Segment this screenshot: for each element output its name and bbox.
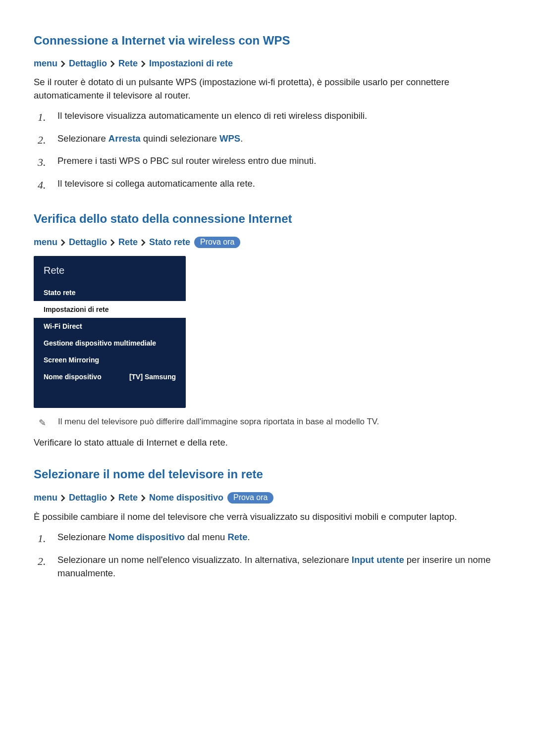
section-heading: Connessione a Internet via wireless con … <box>34 34 501 48</box>
step-post: . <box>240 133 243 144</box>
step-number: 2. <box>38 554 48 569</box>
step-pre: Selezionare <box>57 532 108 542</box>
emphasis: Nome dispositivo <box>108 532 185 542</box>
crumb-rete[interactable]: Rete <box>118 237 138 248</box>
emphasis: Rete <box>227 532 247 542</box>
breadcrumb: menu Dettaglio Rete Nome dispositivo Pro… <box>34 492 501 504</box>
menu-item-value: [TV] Samsung <box>129 373 176 381</box>
step-number: 3. <box>38 154 48 170</box>
step-number: 2. <box>38 132 48 148</box>
chevron-right-icon <box>60 60 66 67</box>
note: ✎ Il menu del televisore può differire d… <box>39 417 501 429</box>
step-text: Selezionare Nome dispositivo dal menu Re… <box>57 531 250 544</box>
chevron-right-icon <box>110 239 115 246</box>
step-number: 1. <box>38 531 48 547</box>
emphasis: Arresta <box>108 133 141 144</box>
section-nome-tv: Selezionare il nome del televisore in re… <box>34 467 501 580</box>
crumb-dettaglio[interactable]: Dettaglio <box>69 58 107 69</box>
section-wps: Connessione a Internet via wireless con … <box>34 34 501 193</box>
crumb-nome-dispositivo[interactable]: Nome dispositivo <box>149 493 223 503</box>
after-text: Verificare lo stato attuale di Internet … <box>34 436 501 450</box>
crumb-menu[interactable]: menu <box>34 58 57 69</box>
steps-list: 1. Selezionare Nome dispositivo dal menu… <box>34 531 501 580</box>
intro-text: È possibile cambiare il nome del televis… <box>34 510 501 524</box>
steps-list: 1. Il televisore visualizza automaticame… <box>34 109 501 194</box>
step-text: Premere i tasti WPS o PBC sul router wir… <box>57 154 316 168</box>
menu-item-wifi-direct[interactable]: Wi-Fi Direct <box>34 318 186 335</box>
crumb-stato-rete[interactable]: Stato rete <box>149 237 190 248</box>
intro-text: Se il router è dotato di un pulsante WPS… <box>34 76 501 102</box>
menu-item-screen-mirroring[interactable]: Screen Mirroring <box>34 352 186 368</box>
chevron-right-icon <box>60 495 66 502</box>
crumb-rete[interactable]: Rete <box>118 493 138 503</box>
step-item: 3. Premere i tasti WPS o PBC sul router … <box>38 154 501 170</box>
step-item: 1. Selezionare Nome dispositivo dal menu… <box>38 531 501 547</box>
chevron-right-icon <box>110 60 115 67</box>
menu-item-impostazioni[interactable]: Impostazioni di rete <box>34 301 186 318</box>
menu-item-label: Impostazioni di rete <box>44 305 108 313</box>
section-heading: Selezionare il nome del televisore in re… <box>34 467 501 481</box>
step-number: 1. <box>38 109 48 125</box>
chevron-right-icon <box>141 60 146 67</box>
step-pre: Selezionare <box>57 133 108 144</box>
crumb-rete[interactable]: Rete <box>118 58 138 69</box>
step-mid: dal menu <box>185 532 227 542</box>
breadcrumb: menu Dettaglio Rete Stato rete Prova ora <box>34 237 501 248</box>
step-post: . <box>248 532 250 542</box>
chevron-right-icon <box>141 495 146 502</box>
step-text: Selezionare un nome nell'elenco visualiz… <box>57 554 501 580</box>
step-number: 4. <box>38 177 48 193</box>
rete-menu-panel: Rete Stato rete Impostazioni di rete Wi-… <box>34 256 186 408</box>
section-verifica: Verifica dello stato della connessione I… <box>34 212 501 450</box>
step-item: 2. Selezionare Arresta quindi selezionar… <box>38 132 501 148</box>
menu-item-label: Stato rete <box>44 289 76 297</box>
chevron-right-icon <box>60 239 66 246</box>
crumb-impostazioni[interactable]: Impostazioni di rete <box>149 58 233 69</box>
step-pre: Selezionare un nome nell'elenco visualiz… <box>57 554 352 565</box>
step-item: 2. Selezionare un nome nell'elenco visua… <box>38 554 501 580</box>
step-text: Il televisore visualizza automaticamente… <box>57 109 367 123</box>
breadcrumb: menu Dettaglio Rete Impostazioni di rete <box>34 58 501 69</box>
step-text: Selezionare Arresta quindi selezionare W… <box>57 132 243 146</box>
pencil-icon: ✎ <box>39 417 46 429</box>
menu-item-label: Screen Mirroring <box>44 356 99 364</box>
crumb-dettaglio[interactable]: Dettaglio <box>69 237 107 248</box>
menu-item-nome-dispositivo[interactable]: Nome dispositivo [TV] Samsung <box>34 368 186 385</box>
menu-item-gestione[interactable]: Gestione dispositivo multimediale <box>34 335 186 352</box>
step-text: Il televisore si collega automaticamente… <box>57 177 255 191</box>
emphasis: Input utente <box>352 554 404 565</box>
menu-item-stato-rete[interactable]: Stato rete <box>34 284 186 301</box>
menu-item-label: Wi-Fi Direct <box>44 322 82 330</box>
menu-item-label: Nome dispositivo <box>44 373 102 381</box>
crumb-dettaglio[interactable]: Dettaglio <box>69 493 107 503</box>
try-now-badge[interactable]: Prova ora <box>194 237 240 248</box>
chevron-right-icon <box>110 495 115 502</box>
try-now-badge[interactable]: Prova ora <box>227 492 273 504</box>
step-item: 4. Il televisore si collega automaticame… <box>38 177 501 193</box>
note-text: Il menu del televisore può differire dal… <box>58 417 379 427</box>
step-item: 1. Il televisore visualizza automaticame… <box>38 109 501 125</box>
section-heading: Verifica dello stato della connessione I… <box>34 212 501 226</box>
crumb-menu[interactable]: menu <box>34 237 57 248</box>
menu-item-label: Gestione dispositivo multimediale <box>44 339 156 347</box>
panel-title: Rete <box>34 256 186 284</box>
step-mid: quindi selezionare <box>141 133 219 144</box>
chevron-right-icon <box>141 239 146 246</box>
crumb-menu[interactable]: menu <box>34 493 57 503</box>
emphasis: WPS <box>219 133 240 144</box>
